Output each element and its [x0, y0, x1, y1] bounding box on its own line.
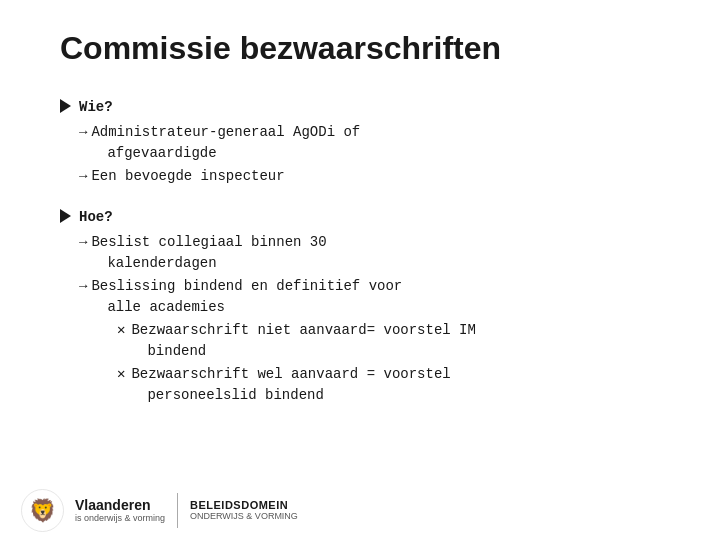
cross-item-2: ✕ Bezwaarschrift wel aanvaard = voorstel… [117, 364, 660, 406]
footer: 🦁 Vlaanderen is onderwijs & vorming BELE… [0, 480, 720, 540]
section-hoe: Hoe? → Beslist collegiaal binnen 30 kale… [60, 207, 660, 406]
cross-icon-1: ✕ [117, 320, 125, 341]
footer-logo: 🦁 Vlaanderen is onderwijs & vorming [20, 488, 165, 533]
hoe-item-2-text: Beslissing bindend en definitief voor al… [91, 276, 402, 318]
hoe-item-1-text: Beslist collegiaal binnen 30 kalenderdag… [91, 232, 326, 274]
footer-beleidsdomein-sub-label: ONDERWIJS & VORMING [190, 511, 298, 521]
vlaanderen-logo-icon: 🦁 [20, 488, 65, 533]
section-wie-items: → Administrateur-generaal AgODi of afgev… [79, 122, 660, 187]
cross-item-1: ✕ Bezwaarschrift niet aanvaard= voorstel… [117, 320, 660, 362]
arrow-icon-4: → [79, 276, 87, 297]
section-hoe-label: Hoe? [79, 207, 113, 228]
slide-title: Commissie bezwaarschriften [60, 30, 660, 67]
arrow-icon-1: → [79, 122, 87, 143]
footer-text: Vlaanderen is onderwijs & vorming [75, 497, 165, 523]
cross-items: ✕ Bezwaarschrift niet aanvaard= voorstel… [117, 320, 660, 406]
wie-item-2-text: Een bevoegde inspecteur [91, 166, 284, 187]
footer-beleidsdomein-label: BELEIDSDOMEIN [190, 499, 298, 511]
arrow-icon-3: → [79, 232, 87, 253]
cross-item-2-text: Bezwaarschrift wel aanvaard = voorstel p… [131, 364, 450, 406]
slide: Commissie bezwaarschriften Wie? → Admini… [0, 0, 720, 540]
cross-item-1-text: Bezwaarschrift niet aanvaard= voorstel I… [131, 320, 475, 362]
svg-text:🦁: 🦁 [29, 497, 57, 524]
section-wie-label: Wie? [79, 97, 113, 118]
content-area: Wie? → Administrateur-generaal AgODi of … [60, 97, 660, 406]
wie-item-2: → Een bevoegde inspecteur [79, 166, 660, 187]
hoe-item-2: → Beslissing bindend en definitief voor … [79, 276, 660, 318]
cross-icon-2: ✕ [117, 364, 125, 385]
section-hoe-header: Hoe? [60, 207, 660, 228]
triangle-icon-2 [60, 209, 71, 223]
section-wie-header: Wie? [60, 97, 660, 118]
triangle-icon-1 [60, 99, 71, 113]
footer-divider [177, 493, 178, 528]
footer-beleidsdomein-block: BELEIDSDOMEIN ONDERWIJS & VORMING [190, 499, 298, 521]
section-wie: Wie? → Administrateur-generaal AgODi of … [60, 97, 660, 187]
footer-vlaanderen-label: Vlaanderen [75, 497, 165, 513]
footer-sub-label: is onderwijs & vorming [75, 513, 165, 523]
wie-item-1-text: Administrateur-generaal AgODi of afgevaa… [91, 122, 360, 164]
arrow-icon-2: → [79, 166, 87, 187]
section-hoe-items: → Beslist collegiaal binnen 30 kalenderd… [79, 232, 660, 406]
hoe-item-1: → Beslist collegiaal binnen 30 kalenderd… [79, 232, 660, 274]
wie-item-1: → Administrateur-generaal AgODi of afgev… [79, 122, 660, 164]
